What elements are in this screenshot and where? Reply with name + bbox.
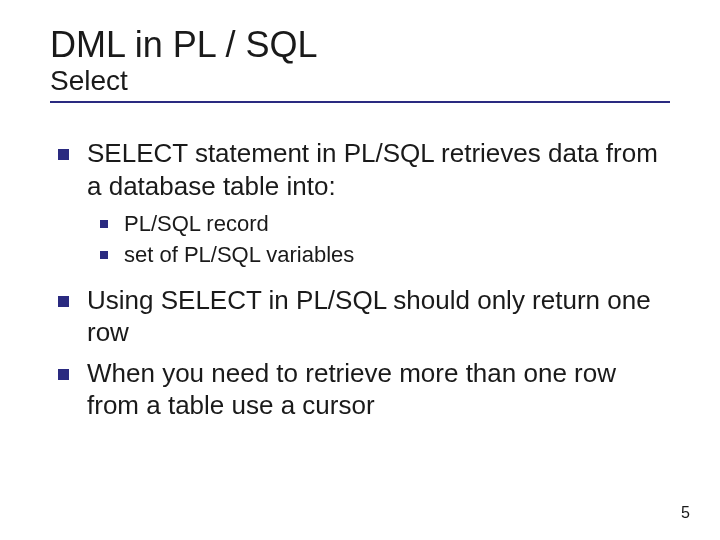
list-item: Using SELECT in PL/SQL should only retur… [58, 284, 670, 349]
bullet-text: PL/SQL record [124, 210, 269, 239]
slide-title: DML in PL / SQL [50, 24, 670, 65]
bullet-text: set of PL/SQL variables [124, 241, 354, 270]
slide: DML in PL / SQL Select SELECT statement … [0, 0, 720, 422]
slide-subtitle: Select [50, 65, 670, 97]
square-bullet-icon [100, 220, 108, 228]
square-bullet-icon [58, 149, 69, 160]
bullet-text: SELECT statement in PL/SQL retrieves dat… [87, 137, 670, 202]
sub-list: PL/SQL record set of PL/SQL variables [58, 210, 670, 269]
bullet-text: When you need to retrieve more than one … [87, 357, 670, 422]
page-number: 5 [681, 504, 690, 522]
list-item: When you need to retrieve more than one … [58, 357, 670, 422]
square-bullet-icon [58, 296, 69, 307]
list-item: SELECT statement in PL/SQL retrieves dat… [58, 137, 670, 202]
bullet-text: Using SELECT in PL/SQL should only retur… [87, 284, 670, 349]
slide-content: SELECT statement in PL/SQL retrieves dat… [50, 137, 670, 421]
square-bullet-icon [58, 369, 69, 380]
list-item: set of PL/SQL variables [100, 241, 670, 270]
title-block: DML in PL / SQL Select [50, 24, 670, 103]
list-item: PL/SQL record [100, 210, 670, 239]
square-bullet-icon [100, 251, 108, 259]
